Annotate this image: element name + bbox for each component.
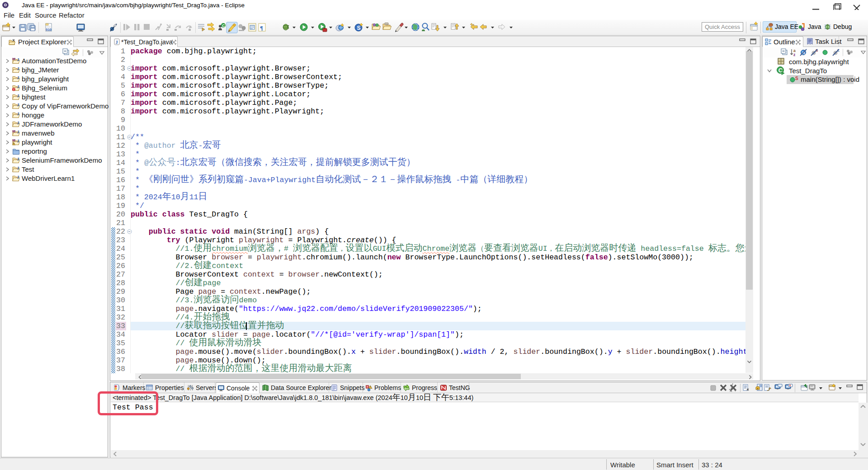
- svg-text:J: J: [17, 94, 19, 98]
- svg-text:J: J: [17, 130, 19, 134]
- svg-text:C: C: [222, 24, 225, 28]
- svg-text:J: J: [17, 121, 19, 125]
- svg-text:z: z: [793, 52, 795, 57]
- svg-text:J: J: [116, 40, 118, 45]
- svg-text:J: J: [17, 166, 19, 170]
- svg-text:010: 010: [46, 28, 52, 32]
- svg-text:J: J: [17, 139, 19, 143]
- svg-text:M: M: [12, 57, 15, 61]
- svg-text:J: J: [17, 112, 19, 116]
- svg-text:J: J: [17, 66, 19, 71]
- svg-text:¶: ¶: [260, 24, 263, 31]
- svg-text:J: J: [17, 175, 19, 179]
- svg-text:M: M: [12, 138, 15, 142]
- svg-text:S: S: [357, 25, 361, 31]
- svg-text:J: J: [17, 157, 19, 161]
- svg-text:J: J: [17, 75, 19, 80]
- svg-text:M: M: [12, 129, 15, 133]
- svg-text:J: J: [17, 57, 19, 62]
- svg-text:J: J: [17, 103, 19, 107]
- svg-text:J: J: [17, 85, 19, 89]
- svg-text:S: S: [795, 76, 798, 81]
